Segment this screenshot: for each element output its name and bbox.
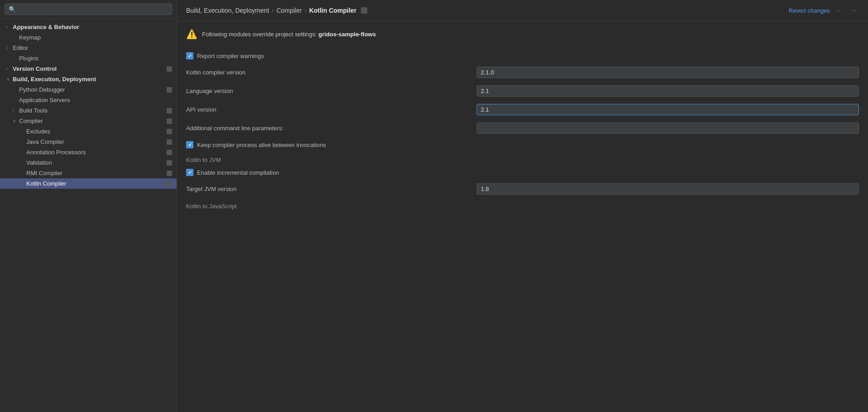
- incremental-row: Enable incremental compilation: [186, 165, 859, 180]
- incremental-checkbox[interactable]: [186, 169, 193, 176]
- sidebar: ›Appearance & BehaviorKeymap›EditorPlugi…: [0, 0, 177, 412]
- cmd-params-label: Additional command line parameters:: [186, 125, 477, 132]
- sidebar-item-label: Python Debugger: [19, 86, 164, 93]
- chevron-icon: ›: [6, 25, 13, 29]
- sidebar-item-label: Plugins: [19, 55, 172, 62]
- sidebar-item-version-control[interactable]: ›Version Control: [0, 64, 177, 74]
- kotlin-version-row: Kotlin compiler version: [186, 63, 859, 82]
- sidebar-item-python-debugger[interactable]: Python Debugger: [0, 84, 177, 95]
- search-input[interactable]: [5, 4, 172, 15]
- chevron-icon: ›: [6, 45, 13, 50]
- badge-icon: [167, 150, 172, 155]
- badge-icon: [167, 181, 172, 186]
- breadcrumb: Build, Execution, Deployment › Compiler …: [186, 7, 786, 14]
- sidebar-item-build-exec[interactable]: ∨Build, Execution, Deployment: [0, 74, 177, 84]
- revert-changes-button[interactable]: Revert changes: [789, 7, 830, 14]
- sidebar-item-label: Build Tools: [19, 107, 164, 114]
- kotlin-jvm-section: Kotlin to JVM: [186, 152, 859, 165]
- chevron-icon: ›: [6, 66, 13, 71]
- header: Build, Execution, Deployment › Compiler …: [177, 0, 868, 21]
- sidebar-item-label: Application Servers: [19, 97, 172, 103]
- chevron-icon: ›: [13, 108, 19, 113]
- cmd-params-control: [477, 123, 859, 134]
- sidebar-item-annotation-processors[interactable]: Annotation Processors: [0, 147, 177, 157]
- sidebar-item-label: Compiler: [19, 118, 164, 124]
- sidebar-item-excludes[interactable]: Excludes: [0, 126, 177, 137]
- sidebar-item-java-compiler[interactable]: Java Compiler: [0, 137, 177, 147]
- keep-alive-label: Keep compiler process alive between invo…: [197, 142, 326, 148]
- jvm-form-section: Target JVM version: [186, 180, 859, 198]
- target-jvm-control: [477, 183, 859, 195]
- breadcrumb-compiler: Compiler: [276, 7, 302, 14]
- kotlin-js-section: Kotlin to JavaScript: [186, 198, 859, 211]
- nav-tree: ›Appearance & BehaviorKeymap›EditorPlugi…: [0, 19, 177, 191]
- main-panel: Build, Execution, Deployment › Compiler …: [177, 0, 868, 412]
- chevron-icon: ∨: [13, 118, 19, 123]
- report-warnings-label: Report compiler warnings: [197, 53, 264, 59]
- report-warnings-checkbox[interactable]: [186, 52, 193, 59]
- content-area: ⚠️ Following modules override project se…: [177, 21, 868, 412]
- keep-alive-checkbox[interactable]: [186, 141, 193, 148]
- badge-icon: [167, 171, 172, 176]
- warning-message: Following modules override project setti…: [202, 31, 376, 38]
- kotlin-version-control: [477, 67, 859, 78]
- sidebar-item-build-tools[interactable]: ›Build Tools: [0, 105, 177, 116]
- sidebar-item-plugins[interactable]: Plugins: [0, 53, 177, 64]
- sidebar-item-label: Keymap: [19, 34, 172, 41]
- forward-button[interactable]: →: [848, 5, 859, 15]
- sidebar-item-compiler[interactable]: ∨Compiler: [0, 116, 177, 126]
- sidebar-item-label: Excludes: [26, 128, 164, 135]
- badge-icon: [167, 139, 172, 145]
- language-version-control: [477, 85, 859, 97]
- cmd-params-input[interactable]: [477, 123, 859, 134]
- sidebar-item-label: Kotlin Compiler: [26, 180, 164, 187]
- form-section: Kotlin compiler version Language version…: [186, 63, 859, 137]
- sidebar-item-application-servers[interactable]: Application Servers: [0, 95, 177, 105]
- target-jvm-input[interactable]: [477, 183, 859, 195]
- api-version-label: API version: [186, 106, 477, 113]
- target-jvm-label: Target JVM version: [186, 186, 477, 192]
- sidebar-item-kotlin-compiler[interactable]: Kotlin Compiler: [0, 178, 177, 189]
- cmd-params-row: Additional command line parameters:: [186, 119, 859, 137]
- badge-icon: [167, 129, 172, 134]
- header-actions: Revert changes ← →: [789, 5, 859, 15]
- sidebar-item-editor[interactable]: ›Editor: [0, 43, 177, 53]
- language-version-label: Language version: [186, 88, 477, 94]
- breadcrumb-sep1: ›: [272, 7, 274, 14]
- language-version-row: Language version: [186, 82, 859, 100]
- sidebar-item-label: Build, Execution, Deployment: [13, 76, 172, 83]
- badge-icon: [167, 87, 172, 93]
- api-version-row: API version: [186, 100, 859, 119]
- api-version-input[interactable]: [477, 104, 859, 115]
- sidebar-item-label: Java Compiler: [26, 138, 164, 145]
- breadcrumb-build: Build, Execution, Deployment: [186, 7, 269, 14]
- breadcrumb-kotlin: Kotlin Compiler: [309, 7, 356, 14]
- breadcrumb-sep2: ›: [305, 7, 306, 14]
- kotlin-version-input[interactable]: [477, 67, 859, 78]
- sidebar-item-appearance[interactable]: ›Appearance & Behavior: [0, 22, 177, 32]
- search-bar[interactable]: [0, 0, 177, 19]
- sidebar-item-label: Version Control: [13, 65, 164, 72]
- warning-banner: ⚠️ Following modules override project se…: [186, 29, 859, 39]
- target-jvm-row: Target JVM version: [186, 180, 859, 198]
- badge-icon: [167, 108, 172, 113]
- keep-alive-row: Keep compiler process alive between invo…: [186, 137, 859, 152]
- sidebar-item-keymap[interactable]: Keymap: [0, 32, 177, 43]
- badge-icon: [167, 66, 172, 72]
- report-warnings-row: Report compiler warnings: [186, 49, 859, 63]
- language-version-input[interactable]: [477, 85, 859, 97]
- chevron-icon: ∨: [6, 77, 13, 82]
- incremental-label: Enable incremental compilation: [197, 169, 279, 176]
- sidebar-item-label: Appearance & Behavior: [13, 24, 172, 30]
- badge-icon: [167, 160, 172, 166]
- sidebar-item-rmi-compiler[interactable]: RMI Compiler: [0, 168, 177, 178]
- kotlin-version-label: Kotlin compiler version: [186, 69, 477, 76]
- sidebar-item-label: RMI Compiler: [26, 170, 164, 177]
- pin-icon: [361, 7, 367, 14]
- sidebar-item-label: Validation: [26, 159, 164, 166]
- api-version-control: [477, 104, 859, 115]
- sidebar-item-validation[interactable]: Validation: [0, 157, 177, 168]
- sidebar-item-label: Annotation Processors: [26, 149, 164, 156]
- badge-icon: [167, 118, 172, 124]
- back-button[interactable]: ←: [833, 5, 844, 15]
